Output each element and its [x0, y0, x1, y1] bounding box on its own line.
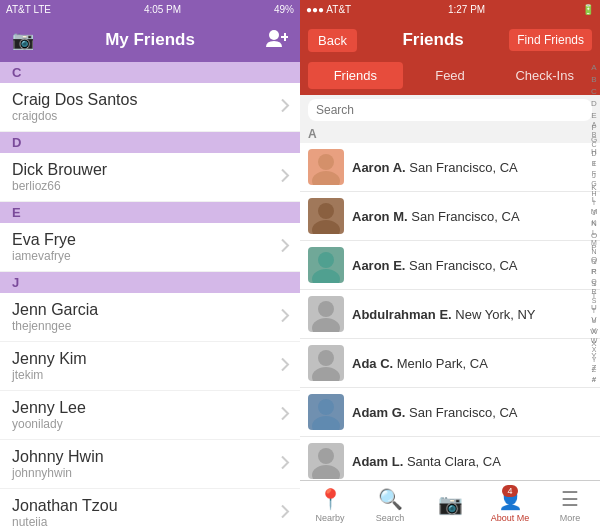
left-content: C Craig Dos Santos craigdos D Dick Brouw… — [0, 62, 300, 529]
friend-full-name: Aaron A. San Francisco, CA — [352, 160, 592, 175]
friend-item[interactable]: Jenny Lee yoonilady — [0, 391, 300, 440]
right-alpha-letter[interactable]: F — [592, 169, 596, 179]
svg-point-0 — [269, 30, 279, 40]
friend-username: craigdos — [12, 109, 270, 123]
friend-full-name: Aaron E. San Francisco, CA — [352, 258, 592, 273]
right-alpha-letter[interactable]: U — [591, 316, 596, 326]
friend-item[interactable]: Jonathan Tzou nuteiia — [0, 489, 300, 529]
friend-full-name: Ada C. Menlo Park, CA — [352, 356, 592, 371]
svg-point-10 — [312, 318, 340, 332]
right-alpha-letter[interactable]: Q — [591, 277, 596, 287]
tab-friends[interactable]: Friends — [308, 62, 403, 89]
right-alpha-letter[interactable]: B — [592, 130, 597, 140]
bottom-tab-about-me[interactable]: 👤4About Me — [480, 481, 540, 529]
friend-row[interactable]: Aaron E. San Francisco, CA — [300, 241, 600, 290]
bottom-tab-label: Nearby — [315, 513, 344, 523]
friend-item[interactable]: Eva Frye iamevafrye — [0, 223, 300, 272]
right-alpha-letter[interactable]: G — [591, 179, 596, 189]
right-alpha-letter[interactable]: O — [591, 257, 596, 267]
camera-icon[interactable]: 📷 — [12, 29, 34, 51]
back-button[interactable]: Back — [308, 29, 357, 52]
friend-item[interactable]: Craig Dos Santos craigdos — [0, 83, 300, 132]
right-alpha-letter[interactable]: W — [591, 336, 598, 346]
right-alpha-sidebar[interactable]: ABCDEFGHIJKLMNOPQRSTUVWXYZ# — [588, 120, 600, 385]
friend-arrow-icon — [280, 169, 290, 186]
right-alpha-letter[interactable]: I — [593, 198, 595, 208]
friend-full-name: Aaron M. San Francisco, CA — [352, 209, 592, 224]
bottom-tab-icon: 📍 — [318, 487, 343, 511]
friend-info: Ada C. Menlo Park, CA — [352, 356, 592, 371]
right-alpha-letter[interactable]: E — [592, 159, 597, 169]
friend-name: Eva Frye — [12, 231, 270, 249]
friend-name: Johnny Hwin — [12, 448, 270, 466]
bottom-tab-more[interactable]: ☰More — [540, 481, 600, 529]
section-header-E: E — [0, 202, 300, 223]
friend-info: Aaron A. San Francisco, CA — [352, 160, 592, 175]
svg-point-6 — [312, 220, 340, 234]
friend-row[interactable]: Ada C. Menlo Park, CA — [300, 339, 600, 388]
bottom-tab-search[interactable]: 🔍Search — [360, 481, 420, 529]
right-alpha-letter[interactable]: L — [592, 228, 596, 238]
search-input[interactable] — [308, 99, 592, 121]
right-alpha-letter[interactable]: A — [592, 120, 597, 130]
right-alpha-letter[interactable]: J — [592, 208, 596, 218]
friend-arrow-icon — [280, 309, 290, 326]
right-alpha-letter[interactable]: H — [591, 189, 596, 199]
right-alpha-letter[interactable]: X — [592, 345, 597, 355]
avatar — [308, 443, 344, 479]
friend-arrow-icon — [280, 456, 290, 473]
friend-arrow-icon — [280, 358, 290, 375]
friend-username: yoonilady — [12, 417, 270, 431]
friend-name: Dick Brouwer — [12, 161, 270, 179]
right-alpha-letter[interactable]: # — [592, 375, 596, 385]
friend-item[interactable]: Jenny Kim jtekim — [0, 342, 300, 391]
right-alpha-letter[interactable]: K — [592, 218, 597, 228]
right-alpha-letter[interactable]: C — [591, 140, 596, 150]
right-alpha-letter[interactable]: Y — [592, 355, 597, 365]
friend-info: Aaron M. San Francisco, CA — [352, 209, 592, 224]
friend-name: Jenny Kim — [12, 350, 270, 368]
left-battery: 49% — [274, 4, 294, 15]
friend-name: Jonathan Tzou — [12, 497, 270, 515]
friend-info: Aaron E. San Francisco, CA — [352, 258, 592, 273]
add-friend-icon[interactable] — [266, 29, 288, 52]
avatar — [308, 198, 344, 234]
friend-full-name: Adam G. San Francisco, CA — [352, 405, 592, 420]
right-alpha-letter[interactable]: R — [591, 287, 596, 297]
avatar — [308, 247, 344, 283]
friend-name: Jenn Garcia — [12, 301, 270, 319]
bottom-tab-label: About Me — [491, 513, 530, 523]
right-alpha-letter[interactable]: Z — [592, 365, 596, 375]
right-panel: ●●● AT&T 1:27 PM 🔋 Back Friends Find Fri… — [300, 0, 600, 529]
avatar — [308, 345, 344, 381]
right-alpha-letter[interactable]: T — [592, 306, 596, 316]
svg-point-14 — [312, 416, 340, 430]
friend-item[interactable]: Jenn Garcia thejenngee — [0, 293, 300, 342]
svg-point-16 — [312, 465, 340, 479]
right-alpha-letter[interactable]: P — [592, 267, 597, 277]
bottom-tab-camera[interactable]: 📷 — [420, 481, 480, 529]
right-alpha-letter[interactable]: V — [592, 326, 597, 336]
friend-row[interactable]: Adam L. Santa Clara, CA — [300, 437, 600, 480]
left-carrier: AT&T LTE — [6, 4, 51, 15]
friend-item[interactable]: Johnny Hwin johnnyhwin — [0, 440, 300, 489]
find-friends-button[interactable]: Find Friends — [509, 29, 592, 51]
bottom-tab-nearby[interactable]: 📍Nearby — [300, 481, 360, 529]
right-time: 1:27 PM — [448, 4, 485, 15]
friend-row[interactable]: Abdulrahman E. New York, NY — [300, 290, 600, 339]
friend-info: Adam L. Santa Clara, CA — [352, 454, 592, 469]
friend-arrow-icon — [280, 99, 290, 116]
friend-row[interactable]: Aaron M. San Francisco, CA — [300, 192, 600, 241]
right-alpha-letter[interactable]: D — [591, 149, 596, 159]
friend-row[interactable]: Aaron A. San Francisco, CA — [300, 143, 600, 192]
right-alpha-letter[interactable]: N — [591, 247, 596, 257]
svg-point-4 — [312, 171, 340, 185]
svg-point-9 — [318, 301, 334, 317]
tab-check-ins[interactable]: Check-Ins — [497, 62, 592, 89]
friend-item[interactable]: Dick Brouwer berlioz66 — [0, 153, 300, 202]
right-alpha-letter[interactable]: S — [592, 296, 597, 306]
friend-row[interactable]: Adam G. San Francisco, CA — [300, 388, 600, 437]
right-alpha-letter[interactable]: M — [591, 238, 597, 248]
tab-feed[interactable]: Feed — [403, 62, 498, 89]
avatar — [308, 296, 344, 332]
